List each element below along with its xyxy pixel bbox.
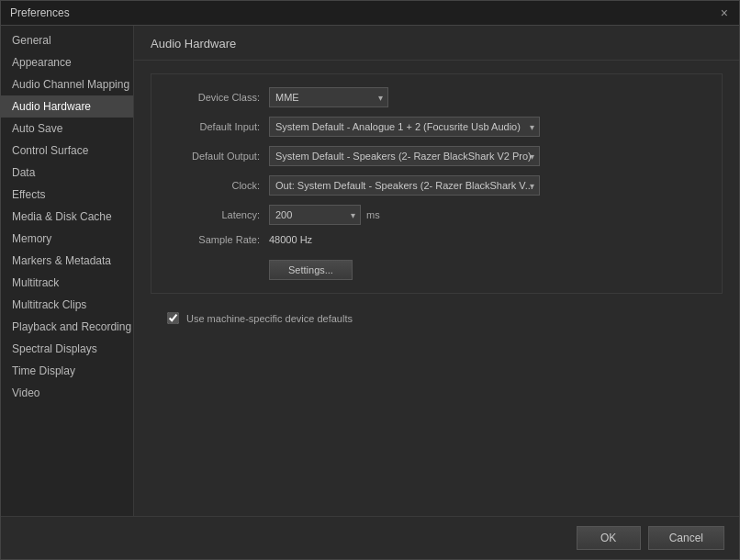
device-class-select[interactable]: MME ASIO WDM: [269, 87, 388, 107]
default-input-select[interactable]: System Default - Analogue 1 + 2 (Focusri…: [269, 117, 540, 137]
latency-select[interactable]: 200 100 400 800: [269, 205, 361, 225]
sidebar-item-spectral-displays[interactable]: Spectral Displays: [1, 338, 133, 360]
default-output-select[interactable]: System Default - Speakers (2- Razer Blac…: [269, 146, 540, 166]
latency-row: Latency: 200 100 400 800 ms: [168, 205, 705, 225]
sidebar-item-data[interactable]: Data: [1, 162, 133, 184]
checkbox-row: Use machine-specific device defaults: [151, 312, 723, 324]
default-output-select-wrapper: System Default - Speakers (2- Razer Blac…: [269, 146, 540, 166]
default-output-label: Default Output:: [168, 151, 269, 162]
sample-rate-label: Sample Rate:: [168, 234, 269, 245]
settings-button[interactable]: Settings...: [269, 260, 353, 280]
default-output-row: Default Output: System Default - Speaker…: [168, 146, 705, 166]
settings-button-row: Settings...: [168, 254, 705, 280]
default-input-label: Default Input:: [168, 121, 269, 132]
cancel-button[interactable]: Cancel: [648, 526, 724, 550]
clock-select-wrapper: Out: System Default - Speakers (2- Razer…: [269, 175, 540, 196]
latency-label: Latency:: [168, 209, 269, 220]
dialog-body: GeneralAppearanceAudio Channel MappingAu…: [1, 26, 739, 516]
dialog-title: Preferences: [10, 6, 70, 19]
sidebar-item-multitrack[interactable]: Multitrack: [1, 272, 133, 294]
content-area: Audio Hardware Device Class: MME ASIO WD…: [134, 26, 739, 516]
clock-row: Clock: Out: System Default - Speakers (2…: [168, 175, 705, 196]
sidebar-item-control-surface[interactable]: Control Surface: [1, 140, 133, 162]
machine-defaults-label: Use machine-specific device defaults: [186, 313, 353, 324]
sidebar-item-effects[interactable]: Effects: [1, 184, 133, 206]
sidebar: GeneralAppearanceAudio Channel MappingAu…: [1, 26, 134, 516]
preferences-dialog: Preferences × GeneralAppearanceAudio Cha…: [0, 0, 740, 560]
sidebar-item-memory[interactable]: Memory: [1, 228, 133, 250]
audio-hardware-section: Device Class: MME ASIO WDM Default Input…: [151, 73, 723, 294]
device-class-select-wrapper: MME ASIO WDM: [269, 87, 388, 107]
latency-select-wrapper: 200 100 400 800: [269, 205, 361, 225]
sidebar-item-audio-hardware[interactable]: Audio Hardware: [1, 95, 133, 118]
sidebar-item-audio-channel-mapping[interactable]: Audio Channel Mapping: [1, 73, 133, 95]
title-bar: Preferences ×: [1, 1, 739, 26]
clock-label: Clock:: [168, 180, 269, 191]
clock-select[interactable]: Out: System Default - Speakers (2- Razer…: [269, 175, 540, 196]
sidebar-item-time-display[interactable]: Time Display: [1, 360, 133, 382]
sample-rate-row: Sample Rate: 48000 Hz: [168, 234, 705, 245]
sidebar-item-auto-save[interactable]: Auto Save: [1, 118, 133, 140]
device-class-label: Device Class:: [168, 92, 269, 103]
sidebar-item-video[interactable]: Video: [1, 382, 133, 404]
content-main: Device Class: MME ASIO WDM Default Input…: [134, 61, 739, 516]
default-input-row: Default Input: System Default - Analogue…: [168, 117, 705, 137]
sidebar-item-playback-recording[interactable]: Playback and Recording: [1, 316, 133, 338]
dialog-footer: OK Cancel: [1, 516, 739, 559]
device-class-row: Device Class: MME ASIO WDM: [168, 87, 705, 107]
default-input-select-wrapper: System Default - Analogue 1 + 2 (Focusri…: [269, 117, 540, 137]
sidebar-item-general[interactable]: General: [1, 29, 133, 51]
sidebar-item-markers-metadata[interactable]: Markers & Metadata: [1, 250, 133, 272]
close-button[interactable]: ×: [719, 6, 730, 19]
sample-rate-value: 48000 Hz: [269, 234, 312, 245]
ok-button[interactable]: OK: [577, 526, 641, 550]
content-header: Audio Hardware: [134, 26, 739, 61]
sidebar-item-multitrack-clips[interactable]: Multitrack Clips: [1, 294, 133, 316]
ms-label: ms: [366, 209, 380, 220]
machine-defaults-checkbox[interactable]: [167, 312, 179, 324]
sidebar-item-appearance[interactable]: Appearance: [1, 51, 133, 73]
sidebar-item-media-disk-cache[interactable]: Media & Disk Cache: [1, 206, 133, 228]
